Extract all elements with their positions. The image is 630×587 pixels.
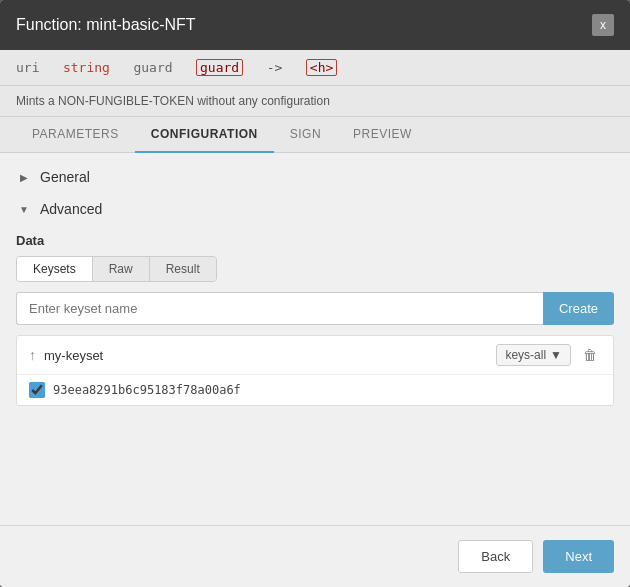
keyset-item: ↑ my-keyset keys-all ▼ 🗑: [17, 336, 613, 375]
content-area: ▶ General ▼ Advanced Data Keysets Raw Re…: [0, 153, 630, 525]
key-checkbox[interactable]: [29, 382, 45, 398]
modal-title: Function: mint-basic-NFT: [16, 16, 196, 34]
keyset-name: my-keyset: [44, 348, 103, 363]
advanced-section-label: Advanced: [40, 201, 102, 217]
keyset-input-row: Create: [16, 292, 614, 325]
data-sub-tabs: Keysets Raw Result: [16, 256, 217, 282]
sub-tab-raw[interactable]: Raw: [93, 257, 150, 281]
signature-line: uri string guard guard -> <h>: [0, 50, 630, 86]
guard-keyword: guard: [133, 60, 172, 75]
keyset-list: ↑ my-keyset keys-all ▼ 🗑 93eea8291b6c951…: [16, 335, 614, 406]
uri-type: string: [63, 60, 110, 75]
back-button[interactable]: Back: [458, 540, 533, 573]
keyset-upload-icon: ↑: [29, 347, 36, 363]
tab-preview[interactable]: PREVIEW: [337, 117, 428, 153]
modal-footer: Back Next: [0, 525, 630, 587]
tab-sign[interactable]: SIGN: [274, 117, 337, 153]
data-section-label: Data: [16, 233, 614, 248]
predicate-dropdown[interactable]: keys-all ▼: [496, 344, 571, 366]
return-type: <h>: [306, 59, 337, 76]
predicate-chevron-icon: ▼: [550, 348, 562, 362]
key-hash: 93eea8291b6c95183f78a00a6f: [53, 383, 241, 397]
arrow: ->: [267, 60, 283, 75]
create-keyset-button[interactable]: Create: [543, 292, 614, 325]
delete-keyset-button[interactable]: 🗑: [579, 345, 601, 365]
guard-type: guard: [196, 59, 243, 76]
advanced-section-content: Data Keysets Raw Result Create ↑ my-keys…: [0, 225, 630, 422]
close-button[interactable]: x: [592, 14, 614, 36]
modal-header: Function: mint-basic-NFT x: [0, 0, 630, 50]
general-chevron-icon: ▶: [16, 169, 32, 185]
function-description: Mints a NON-FUNGIBLE-TOKEN without any c…: [0, 86, 630, 117]
sub-tab-result[interactable]: Result: [150, 257, 216, 281]
next-button[interactable]: Next: [543, 540, 614, 573]
predicate-value: keys-all: [505, 348, 546, 362]
keyset-name-input[interactable]: [16, 292, 543, 325]
general-section-label: General: [40, 169, 90, 185]
uri-keyword: uri: [16, 60, 39, 75]
key-item: 93eea8291b6c95183f78a00a6f: [17, 375, 613, 405]
sub-tab-keysets[interactable]: Keysets: [17, 257, 93, 281]
general-section-header[interactable]: ▶ General: [0, 161, 630, 193]
tab-bar: PARAMETERS CONFIGURATION SIGN PREVIEW: [0, 117, 630, 153]
tab-parameters[interactable]: PARAMETERS: [16, 117, 135, 153]
advanced-section-header[interactable]: ▼ Advanced: [0, 193, 630, 225]
modal: Function: mint-basic-NFT x uri string gu…: [0, 0, 630, 587]
tab-configuration[interactable]: CONFIGURATION: [135, 117, 274, 153]
advanced-chevron-icon: ▼: [16, 201, 32, 217]
